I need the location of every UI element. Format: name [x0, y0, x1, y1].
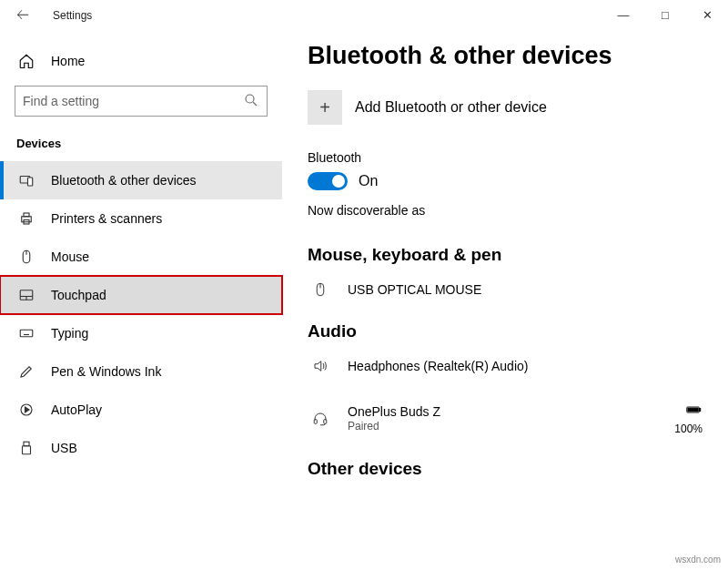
- sidebar-item-label: Bluetooth & other devices: [51, 173, 197, 188]
- minimize-button[interactable]: —: [602, 0, 644, 29]
- svg-rect-4: [22, 217, 32, 222]
- section-other-heading: Other devices: [308, 459, 703, 479]
- usb-icon: [18, 440, 35, 456]
- keyboard-icon: [18, 325, 35, 341]
- sidebar-item-bluetooth[interactable]: Bluetooth & other devices: [0, 161, 282, 199]
- sidebar-item-label: Pen & Windows Ink: [51, 364, 161, 379]
- add-device-label: Add Bluetooth or other device: [355, 99, 547, 116]
- titlebar: 🡠 Settings — □ ✕: [0, 0, 728, 29]
- maximize-button[interactable]: □: [644, 0, 686, 29]
- search-icon: [243, 92, 259, 111]
- device-row-buds[interactable]: OnePlus Buds Z Paired 100%: [308, 398, 703, 459]
- svg-rect-28: [688, 409, 698, 412]
- close-button[interactable]: ✕: [686, 0, 728, 29]
- battery-status: 100%: [674, 402, 703, 435]
- svg-marker-18: [25, 407, 30, 412]
- svg-rect-20: [23, 446, 31, 454]
- search-input[interactable]: Find a setting: [15, 86, 268, 117]
- pen-icon: [18, 363, 35, 380]
- sidebar-item-label: USB: [51, 441, 77, 455]
- sidebar-item-label: Printers & scanners: [51, 211, 162, 226]
- page-heading: Bluetooth & other devices: [308, 42, 703, 70]
- device-status: Paired: [348, 420, 440, 434]
- bluetooth-label: Bluetooth: [308, 150, 703, 165]
- svg-line-1: [253, 102, 257, 106]
- section-mouse-heading: Mouse, keyboard & pen: [308, 245, 703, 265]
- discoverable-text: Now discoverable as: [308, 203, 703, 218]
- svg-rect-19: [24, 442, 29, 446]
- sidebar-item-label: AutoPlay: [51, 402, 102, 417]
- svg-rect-27: [699, 409, 701, 412]
- sidebar-item-pen[interactable]: Pen & Windows Ink: [0, 352, 282, 391]
- device-name: OnePlus Buds Z: [348, 403, 440, 420]
- svg-rect-25: [324, 420, 327, 424]
- svg-marker-23: [315, 361, 321, 372]
- sidebar-item-autoplay[interactable]: AutoPlay: [0, 391, 282, 429]
- svg-point-0: [246, 95, 254, 103]
- home-label: Home: [51, 54, 85, 68]
- svg-rect-3: [28, 178, 33, 186]
- devices-icon: [18, 172, 35, 188]
- device-row-headphones[interactable]: Headphones (Realtek(R) Audio): [308, 354, 703, 398]
- svg-rect-24: [314, 420, 317, 424]
- search-placeholder: Find a setting: [23, 94, 99, 108]
- home-link[interactable]: Home: [0, 47, 282, 78]
- section-audio-heading: Audio: [308, 321, 703, 341]
- device-row-mouse[interactable]: USB OPTICAL MOUSE: [308, 278, 703, 321]
- sidebar-item-label: Typing: [51, 326, 88, 341]
- printer-icon: [18, 210, 35, 227]
- sidebar-item-typing[interactable]: Typing: [0, 314, 282, 352]
- sidebar-item-usb[interactable]: USB: [0, 429, 282, 467]
- svg-rect-5: [24, 213, 29, 217]
- battery-icon: [674, 402, 703, 421]
- main-content: Bluetooth & other devices + Add Bluetoot…: [282, 29, 728, 570]
- mouse-icon: [18, 249, 35, 265]
- sidebar-item-mouse[interactable]: Mouse: [0, 238, 282, 276]
- sidebar-item-label: Touchpad: [51, 288, 106, 302]
- watermark: wsxdn.com: [675, 555, 721, 565]
- sidebar: Home Find a setting Devices Bluetooth & …: [0, 29, 282, 570]
- touchpad-icon: [18, 287, 35, 303]
- add-button[interactable]: +: [308, 90, 342, 125]
- bluetooth-toggle[interactable]: [308, 172, 348, 190]
- toggle-state: On: [359, 173, 378, 189]
- add-device-row[interactable]: + Add Bluetooth or other device: [308, 90, 703, 125]
- headset-icon: [308, 411, 333, 427]
- device-name: Headphones (Realtek(R) Audio): [348, 358, 528, 374]
- window-title: Settings: [53, 9, 92, 22]
- sidebar-item-touchpad[interactable]: Touchpad: [0, 276, 282, 314]
- sidebar-item-printers[interactable]: Printers & scanners: [0, 199, 282, 238]
- speaker-icon: [308, 358, 333, 374]
- device-name: USB OPTICAL MOUSE: [348, 281, 481, 298]
- sidebar-item-label: Mouse: [51, 249, 89, 264]
- home-icon: [18, 53, 35, 69]
- svg-rect-12: [20, 330, 33, 337]
- back-button[interactable]: 🡠: [16, 7, 29, 22]
- plus-icon: +: [319, 97, 330, 118]
- sidebar-section-label: Devices: [0, 129, 282, 161]
- autoplay-icon: [18, 402, 35, 418]
- mouse-icon: [308, 281, 333, 298]
- battery-percent: 100%: [674, 422, 703, 435]
